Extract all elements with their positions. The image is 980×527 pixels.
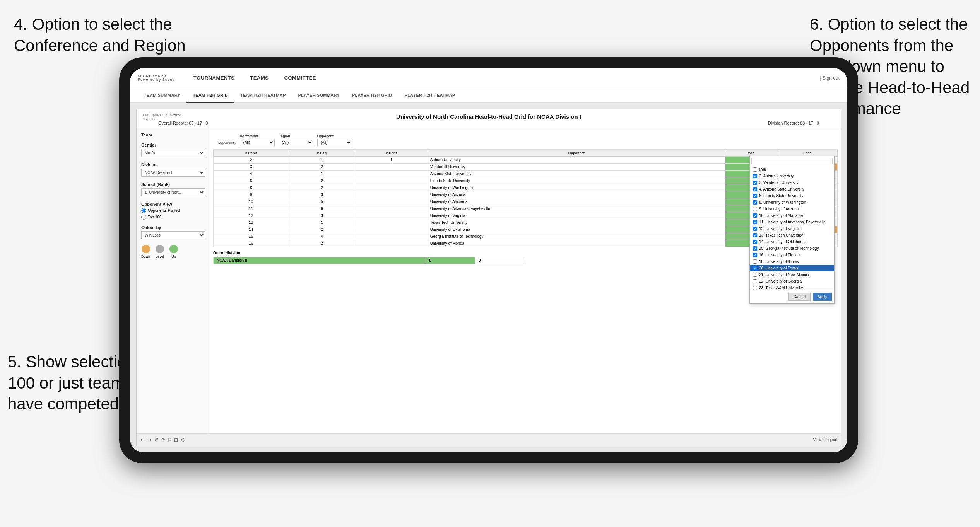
radio-opponents-played[interactable]: Opponents Played (141, 208, 205, 213)
opponent-filter: Opponent (All) (317, 134, 352, 146)
cell-opponent: University of Florida (428, 240, 725, 247)
nav-teams[interactable]: TEAMS (242, 68, 276, 88)
dropdown-item[interactable]: 14. University of Oklahoma (750, 239, 834, 245)
cell-conf (355, 219, 428, 226)
tab-team-h2h-grid[interactable]: TEAM H2H GRID (186, 88, 234, 103)
cell-rag: 2 (289, 240, 355, 247)
tab-team-summary[interactable]: TEAM SUMMARY (138, 88, 186, 103)
cell-rag: 2 (289, 164, 355, 171)
opponent-dropdown[interactable]: (All) 2. Auburn University 3. Vanderbilt… (749, 156, 835, 304)
dropdown-item[interactable]: 6. Florida State University (750, 193, 834, 199)
cell-conf (355, 198, 428, 205)
tab-team-h2h-heatmap[interactable]: TEAM H2H HEATMAP (234, 88, 292, 103)
dropdown-item[interactable]: 4. Arizona State University (750, 186, 834, 193)
dropdown-search-input[interactable] (751, 158, 833, 164)
overall-record: Overall Record: 89 · 17 · 0 (158, 121, 208, 125)
dropdown-item[interactable]: 12. University of Virginia (750, 225, 834, 232)
out-of-division-table: NCAA Division II 1 0 (213, 257, 525, 264)
filters-row: Opponents: Conference (All) Region ( (213, 131, 838, 150)
dropdown-item[interactable]: 23. Texas A&M University (750, 285, 834, 290)
paste-icon[interactable]: ⊞ (174, 437, 178, 443)
radio-top100[interactable]: Top 100 (141, 215, 205, 220)
dropdown-item[interactable]: 16. University of Florida (750, 252, 834, 258)
refresh-icon[interactable]: ⟳ (161, 437, 165, 443)
cell-rank: 10 (214, 198, 289, 205)
division-label: Division (141, 162, 205, 167)
cancel-button[interactable]: Cancel (788, 293, 811, 301)
reset-icon[interactable]: ↺ (154, 437, 158, 443)
dropdown-item[interactable]: 9. University of Arizona (750, 206, 834, 212)
legend-dot-down (142, 245, 150, 253)
dropdown-item[interactable]: 11. University of Arkansas, Fayetteville (750, 219, 834, 225)
cell-rag: 3 (289, 191, 355, 198)
cell-rank: 6 (214, 177, 289, 184)
cell-rag: 1 (289, 219, 355, 226)
toolbar: ↩ ↪ ↺ ⟳ ⎘ ⊞ ⏲ View: Original (137, 433, 841, 446)
cell-rank: 3 (214, 164, 289, 171)
out-of-division-label: Out of division (213, 251, 240, 255)
cell-opponent: Texas Tech University (428, 219, 725, 226)
dropdown-item[interactable]: 18. University of Illinois (750, 258, 834, 265)
dropdown-item[interactable]: (All) (750, 166, 834, 173)
main-nav: TOURNAMENTS TEAMS COMMITTEE (186, 68, 820, 88)
dropdown-item[interactable]: 3. Vanderbilt University (750, 179, 834, 186)
opponent-view-control: Opponent View Opponents Played Top 100 (141, 202, 205, 220)
dropdown-item[interactable]: 20. University of Texas (750, 265, 834, 271)
table-row: 3 2 Vanderbilt University 0 4 (214, 164, 838, 171)
cell-opponent: University of Alabama (428, 198, 725, 205)
cell-opponent: University of Arkansas, Fayetteville (428, 205, 725, 212)
clock-icon[interactable]: ⏲ (181, 437, 186, 443)
dropdown-item[interactable]: 21. University of New Mexico (750, 271, 834, 278)
cell-rag: 4 (289, 233, 355, 240)
dropdown-item[interactable]: 10. University of Alabama (750, 212, 834, 219)
division-control: Division NCAA Division I (141, 162, 205, 177)
cell-rag: 2 (289, 226, 355, 233)
col-opponent: Opponent (428, 150, 725, 157)
redo-icon[interactable]: ↪ (147, 437, 151, 443)
nav-tournaments[interactable]: TOURNAMENTS (186, 68, 242, 88)
cell-conf (355, 191, 428, 198)
dropdown-item[interactable]: 22. University of Georgia (750, 278, 834, 285)
colour-by-select[interactable]: Win/Loss (141, 231, 205, 239)
nav-committee[interactable]: COMMITTEE (276, 68, 324, 88)
table-row: 16 2 University of Florida 1 (214, 240, 838, 247)
conference-select[interactable]: (All) (240, 139, 275, 146)
cell-conf (355, 205, 428, 212)
dropdown-item[interactable]: 8. University of Washington (750, 199, 834, 206)
gender-select[interactable]: Men's (141, 149, 205, 157)
copy-icon[interactable]: ⎘ (168, 437, 171, 443)
dropdown-item[interactable]: 15. Georgia Institute of Technology (750, 245, 834, 252)
report-panel: Last Updated: 4/15/2024 16:55:38 Univers… (136, 109, 841, 446)
colour-by-label: Colour by (141, 225, 205, 230)
undo-icon[interactable]: ↩ (140, 437, 144, 443)
gender-label: Gender (141, 143, 205, 147)
dropdown-item[interactable]: 2. Auburn University (750, 173, 834, 179)
sub-nav: TEAM SUMMARY TEAM H2H GRID TEAM H2H HEAT… (130, 88, 847, 103)
cell-opponent: Georgia Institute of Technology (428, 233, 725, 240)
sign-out[interactable]: | Sign out (820, 75, 840, 81)
school-select[interactable]: 1. University of Nort... (141, 188, 205, 196)
data-section: Opponents: Conference (All) Region ( (210, 128, 841, 433)
region-select[interactable]: (All) (279, 139, 313, 146)
content-area: Last Updated: 4/15/2024 16:55:38 Univers… (130, 103, 847, 452)
dropdown-item[interactable]: 13. Texas Tech University (750, 232, 834, 239)
cell-conf (355, 164, 428, 171)
tab-player-h2h-grid[interactable]: PLAYER H2H GRID (346, 88, 398, 103)
team-label: Team (141, 133, 205, 137)
legend-up: Up (169, 245, 178, 258)
gender-control: Gender Men's (141, 143, 205, 157)
opponent-view-label: Opponent View (141, 202, 205, 206)
cell-conf (355, 184, 428, 191)
tab-player-h2h-heatmap[interactable]: PLAYER H2H HEATMAP (398, 88, 462, 103)
cell-opponent: Florida State University (428, 177, 725, 184)
tab-player-summary[interactable]: PLAYER SUMMARY (292, 88, 346, 103)
division-select[interactable]: NCAA Division I (141, 169, 205, 177)
opponent-select[interactable]: (All) (317, 139, 352, 146)
cell-rag: 6 (289, 205, 355, 212)
apply-button[interactable]: Apply (813, 293, 832, 301)
table-row: 8 2 University of Washington 1 0 (214, 184, 838, 191)
view-label: View: Original (813, 438, 837, 442)
cell-rag: 5 (289, 198, 355, 205)
col-win: Win (725, 150, 777, 157)
dropdown-list: (All) 2. Auburn University 3. Vanderbilt… (750, 166, 834, 290)
